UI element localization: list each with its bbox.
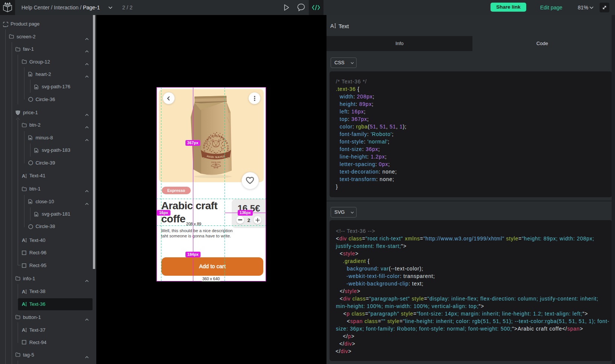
svg-text:A: A [330, 23, 334, 29]
svg-text:A: A [22, 302, 26, 307]
svg-text:A: A [22, 289, 26, 294]
svg-text:A: A [22, 174, 26, 178]
svg-text:A: A [22, 238, 26, 243]
svg-text:A: A [22, 328, 26, 332]
